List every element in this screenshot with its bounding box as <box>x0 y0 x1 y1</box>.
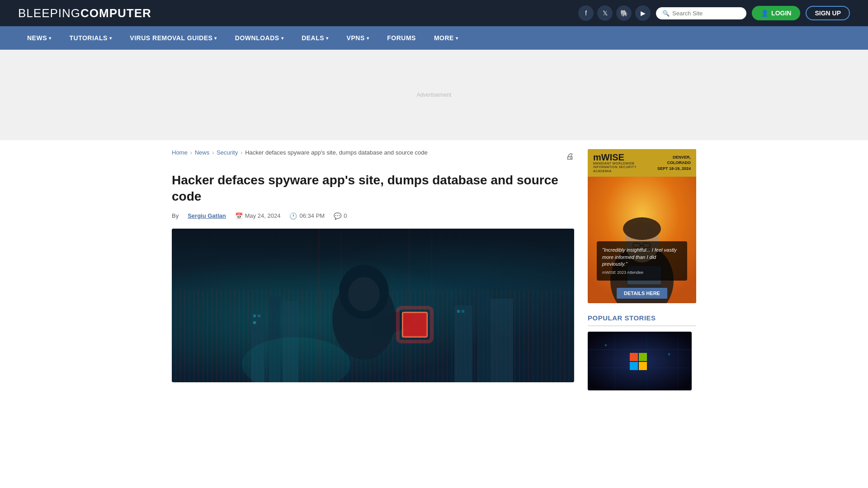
breadcrumb-row: Home › News › Security › Hacker defaces … <box>172 149 574 164</box>
svg-rect-42 <box>630 353 638 361</box>
sidebar: mWISE MANDIANT WORLDWIDEINFORMATION SECU… <box>588 149 696 390</box>
article-comments[interactable]: 💬 0 <box>334 212 347 220</box>
svg-rect-7 <box>253 314 256 317</box>
chevron-down-icon: ▾ <box>49 36 52 41</box>
login-button[interactable]: 👤 LOGIN <box>752 6 800 20</box>
popular-stories: POPULAR STORIES <box>588 314 696 390</box>
top-ad-banner: Advertisement <box>0 50 868 140</box>
popular-story-image <box>588 332 692 390</box>
nav-vpns[interactable]: VPNS ▾ <box>338 26 378 50</box>
nav-more[interactable]: MORE ▾ <box>425 26 467 50</box>
site-logo[interactable]: BLEEPINGCOMPUTER <box>18 6 151 20</box>
login-label: LOGIN <box>771 9 791 17</box>
ad-person-svg <box>588 177 696 303</box>
chevron-down-icon: ▾ <box>456 36 458 41</box>
chevron-down-icon: ▾ <box>326 36 329 41</box>
social-icons: f 𝕏 🐘 ▶ <box>578 5 651 21</box>
ad-details-button[interactable]: DETAILS HERE <box>617 288 667 299</box>
svg-point-41 <box>668 353 670 355</box>
svg-rect-20 <box>402 312 427 337</box>
main-container: Home › News › Security › Hacker defaces … <box>163 140 705 399</box>
breadcrumb-sep: › <box>212 150 214 156</box>
svg-rect-8 <box>258 314 260 317</box>
article-content-area: Home › News › Security › Hacker defaces … <box>172 149 574 390</box>
signup-button[interactable]: SIGN UP <box>806 6 850 20</box>
nav-news[interactable]: NEWS ▾ <box>18 26 61 50</box>
logo-bold: COMPUTER <box>80 6 151 20</box>
sidebar-ad: mWISE MANDIANT WORLDWIDEINFORMATION SECU… <box>588 149 696 303</box>
logo-light: BLEEPING <box>18 6 80 20</box>
chevron-down-icon: ▾ <box>109 36 112 41</box>
breadcrumb-security[interactable]: Security <box>217 149 238 156</box>
article-hero-image <box>172 229 574 382</box>
facebook-icon[interactable]: f <box>578 5 594 21</box>
ad-logo-area: mWISE MANDIANT WORLDWIDEINFORMATION SECU… <box>593 153 649 173</box>
print-icon[interactable]: 🖨 <box>566 152 574 161</box>
ad-image-area: "Incredibly insightful... I feel vastly … <box>588 177 696 303</box>
article-date: 📅 May 24, 2024 <box>235 212 281 220</box>
calendar-icon: 📅 <box>235 212 243 220</box>
hacker-scene <box>172 229 574 382</box>
chevron-down-icon: ▾ <box>281 36 284 41</box>
twitter-icon[interactable]: 𝕏 <box>597 5 613 21</box>
signup-label: SIGN UP <box>815 9 841 17</box>
article-author[interactable]: Sergiu Gatlan <box>188 212 226 219</box>
svg-rect-6 <box>491 299 513 382</box>
svg-rect-11 <box>462 310 464 313</box>
svg-point-18 <box>348 277 380 311</box>
comment-icon: 💬 <box>334 212 341 220</box>
ad-quote-box: "Incredibly insightful... I feel vastly … <box>597 241 687 281</box>
svg-rect-9 <box>253 321 256 324</box>
hacker-svg <box>172 229 574 382</box>
popular-stories-title: POPULAR STORIES <box>588 314 696 326</box>
search-input[interactable] <box>672 10 740 17</box>
ad-quote-attr: mWISE 2023 Attendee <box>602 270 682 276</box>
breadcrumb-home[interactable]: Home <box>172 149 188 156</box>
mastodon-icon[interactable]: 🐘 <box>616 5 632 21</box>
svg-point-39 <box>605 344 607 346</box>
svg-rect-10 <box>457 310 460 313</box>
user-icon: 👤 <box>761 9 769 17</box>
nav-tutorials[interactable]: TUTORIALS ▾ <box>61 26 121 50</box>
ad-top-bar: mWISE MANDIANT WORLDWIDEINFORMATION SECU… <box>588 149 696 177</box>
breadcrumb-current: Hacker defaces spyware app's site, dumps… <box>245 149 428 156</box>
header-right: f 𝕏 🐘 ▶ 🔍 👤 LOGIN SIGN UP <box>578 5 850 21</box>
search-icon: 🔍 <box>662 10 670 17</box>
breadcrumb-news[interactable]: News <box>195 149 210 156</box>
breadcrumb: Home › News › Security › Hacker defaces … <box>172 149 428 156</box>
search-bar: 🔍 <box>656 7 746 19</box>
breadcrumb-sep: › <box>190 150 192 156</box>
chevron-down-icon: ▾ <box>367 36 369 41</box>
chevron-down-icon: ▾ <box>214 36 217 41</box>
article-time: 🕐 06:34 PM <box>289 212 325 220</box>
main-navbar: NEWS ▾ TUTORIALS ▾ VIRUS REMOVAL GUIDES … <box>0 26 868 50</box>
ad-logo-text: mWISE <box>593 153 649 162</box>
svg-rect-43 <box>639 353 647 361</box>
svg-rect-4 <box>454 305 472 382</box>
nav-downloads[interactable]: DOWNLOADS ▾ <box>226 26 292 50</box>
ad-logo-sub: MANDIANT WORLDWIDEINFORMATION SECURITY A… <box>593 162 649 173</box>
nav-virus-removal[interactable]: VIRUS REMOVAL GUIDES ▾ <box>121 26 226 50</box>
article-title: Hacker defaces spyware app's site, dumps… <box>172 172 574 205</box>
svg-rect-45 <box>639 362 647 370</box>
svg-rect-44 <box>630 362 638 370</box>
breadcrumb-sep: › <box>241 150 242 156</box>
ad-location: DENVER, COLORADOSEPT 18-19, 2024 <box>652 155 691 172</box>
youtube-icon[interactable]: ▶ <box>635 5 651 21</box>
clock-icon: 🕐 <box>289 212 297 220</box>
nav-deals[interactable]: DEALS ▾ <box>292 26 337 50</box>
popular-story-thumbnail[interactable] <box>588 332 692 390</box>
article-meta: By Sergiu Gatlan 📅 May 24, 2024 🕐 06:34 … <box>172 212 574 220</box>
svg-point-27 <box>623 217 661 240</box>
site-header: BLEEPINGCOMPUTER f 𝕏 🐘 ▶ 🔍 👤 LOGIN SIGN … <box>0 0 868 26</box>
nav-forums[interactable]: FORUMS <box>378 26 425 50</box>
svg-rect-5 <box>477 292 491 382</box>
